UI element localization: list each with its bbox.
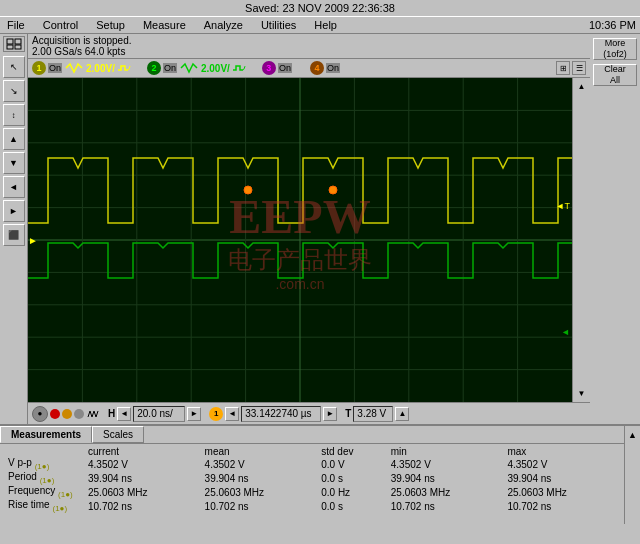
meas-current: 39.904 ns xyxy=(84,471,201,485)
ch1-volt: 2.00V/ xyxy=(86,63,115,74)
ch4-on: On xyxy=(326,63,340,73)
menu-file[interactable]: File xyxy=(4,18,28,32)
meas-ch-sub: (1●) xyxy=(58,490,73,499)
svg-rect-1 xyxy=(15,39,21,44)
trig-left-btn[interactable]: ◄ xyxy=(225,407,239,421)
ch1-coupling-icon xyxy=(64,62,84,74)
trigger-volt-ctrl: T 3.28 V ▲ xyxy=(345,406,409,422)
meas-row-label: V p-p (1●) xyxy=(4,457,84,471)
col-header-mean: mean xyxy=(201,446,318,457)
right-arrow-down[interactable]: ▼ xyxy=(578,389,586,398)
timebase-right-btn[interactable]: ► xyxy=(187,407,201,421)
ch1-level-arrow: ► xyxy=(28,235,38,246)
btn-right[interactable]: ► xyxy=(3,200,25,222)
run-indicator[interactable]: ● xyxy=(32,406,48,422)
tab-measurements[interactable]: Measurements xyxy=(0,426,92,443)
channel-3-ctrl[interactable]: 3 On xyxy=(262,61,294,75)
channel-controls: 1 On 2.00V/ 2 On 2.00V/ xyxy=(28,59,590,78)
trig-right-btn[interactable]: ► xyxy=(323,407,337,421)
meas-max: 39.904 ns xyxy=(503,471,620,485)
status-line1: Acquisition is stopped. xyxy=(32,35,586,46)
measurements-panel: Measurements Scales current mean std dev… xyxy=(0,424,640,524)
scope-grid-btn[interactable]: ⊞ xyxy=(556,61,570,75)
right-sidebar: ▲ ▼ xyxy=(572,78,590,402)
grid-icon xyxy=(6,38,22,50)
col-header-label xyxy=(4,446,84,457)
trigger-pos-circle: 1 xyxy=(209,407,223,421)
title-bar: Saved: 23 NOV 2009 22:36:38 xyxy=(0,0,640,16)
trig-volt-btn[interactable]: ▲ xyxy=(395,407,409,421)
col-header-current: current xyxy=(84,446,201,457)
ch1-indicator: 1 xyxy=(32,61,46,75)
wave-btn-icon[interactable] xyxy=(86,407,100,421)
scope-menu-btn[interactable]: ☰ xyxy=(572,61,586,75)
ch2-on: On xyxy=(163,63,177,73)
btn-arrow-upleft[interactable]: ↖ xyxy=(3,56,25,78)
menu-help[interactable]: Help xyxy=(311,18,340,32)
meas-tabs: Measurements Scales xyxy=(0,426,624,444)
ch1-wave-icon xyxy=(117,62,131,74)
btn-down[interactable]: ▼ xyxy=(3,152,25,174)
ch3-on: On xyxy=(278,63,292,73)
menu-setup[interactable]: Setup xyxy=(93,18,128,32)
meas-mean: 10.702 ns xyxy=(201,499,318,513)
scope-grid-svg xyxy=(28,78,572,402)
menu-control[interactable]: Control xyxy=(40,18,81,32)
more-btn[interactable]: More (1of2) xyxy=(593,38,637,60)
ch2-wave-icon xyxy=(232,62,246,74)
meas-current: 4.3502 V xyxy=(84,457,201,471)
right-buttons-panel: More (1of2) Clear All xyxy=(590,34,640,424)
meas-mean: 4.3502 V xyxy=(201,457,318,471)
ch2-coupling-icon xyxy=(179,62,199,74)
clear-all-btn[interactable]: Clear All xyxy=(593,64,637,86)
btn-box[interactable]: ⬛ xyxy=(3,224,25,246)
scope-top-right-controls: ⊞ ☰ xyxy=(556,61,586,75)
meas-table: current mean std dev min max V p-p (1●) … xyxy=(0,444,624,524)
meas-row-0: V p-p (1●) 4.3502 V 4.3502 V 0.0 V 4.350… xyxy=(4,457,620,471)
meas-max: 25.0603 MHz xyxy=(503,485,620,499)
meas-stddev: 0.0 Hz xyxy=(317,485,387,499)
meas-main: Measurements Scales current mean std dev… xyxy=(0,426,624,524)
menu-measure[interactable]: Measure xyxy=(140,18,189,32)
meas-row-label: Frequency (1●) xyxy=(4,485,84,499)
menu-analyze[interactable]: Analyze xyxy=(201,18,246,32)
btn-vertical-stretch[interactable]: ↕ xyxy=(3,104,25,126)
right-arrow-up[interactable]: ▲ xyxy=(578,82,586,91)
meas-row-label: Rise time (1●) xyxy=(4,499,84,513)
meas-row-3: Rise time (1●) 10.702 ns 10.702 ns 0.0 s… xyxy=(4,499,620,513)
timebase-ctrl: H ◄ 20.0 ns/ ► xyxy=(108,406,201,422)
meas-row-label: Period (1●) xyxy=(4,471,84,485)
trigger-volt-value: 3.28 V xyxy=(353,406,393,422)
meas-current: 10.702 ns xyxy=(84,499,201,513)
scope-screen[interactable]: EEPW 电子产品世界 .com.cn ◄T ◄ xyxy=(28,78,572,402)
trigger-pos-ctrl: 1 ◄ 33.1422740 µs ► xyxy=(209,406,337,422)
col-header-stddev: std dev xyxy=(317,446,387,457)
meas-right-indicator: ▲ xyxy=(624,426,640,524)
meas-stddev: 0.0 V xyxy=(317,457,387,471)
meas-min: 10.702 ns xyxy=(387,499,504,513)
svg-point-23 xyxy=(329,186,337,194)
scope-screen-wrapper: ► xyxy=(28,78,590,402)
meas-min: 25.0603 MHz xyxy=(387,485,504,499)
meas-min: 4.3502 V xyxy=(387,457,504,471)
timebase-left-btn[interactable]: ◄ xyxy=(117,407,131,421)
btn-arrow-downright[interactable]: ↘ xyxy=(3,80,25,102)
timebase-value: 20.0 ns/ xyxy=(133,406,185,422)
meas-max: 4.3502 V xyxy=(503,457,620,471)
ch2-volt: 2.00V/ xyxy=(201,63,230,74)
menu-utilities[interactable]: Utilities xyxy=(258,18,299,32)
ch3-indicator: 3 xyxy=(262,61,276,75)
btn-up[interactable]: ▲ xyxy=(3,128,25,150)
col-header-max: max xyxy=(503,446,620,457)
meas-stddev: 0.0 s xyxy=(317,499,387,513)
svg-rect-2 xyxy=(7,45,13,49)
tab-scales[interactable]: Scales xyxy=(92,426,144,443)
channel-1-ctrl[interactable]: 1 On 2.00V/ xyxy=(32,61,131,75)
t-level-arrow: ◄T xyxy=(556,201,570,211)
channel-2-ctrl[interactable]: 2 On 2.00V/ xyxy=(147,61,246,75)
channel-4-ctrl[interactable]: 4 On xyxy=(310,61,342,75)
timebase-label: H xyxy=(108,408,115,419)
btn-left[interactable]: ◄ xyxy=(3,176,25,198)
meas-ch-sub: (1●) xyxy=(52,504,67,513)
trigger-t-label: T xyxy=(345,408,351,419)
